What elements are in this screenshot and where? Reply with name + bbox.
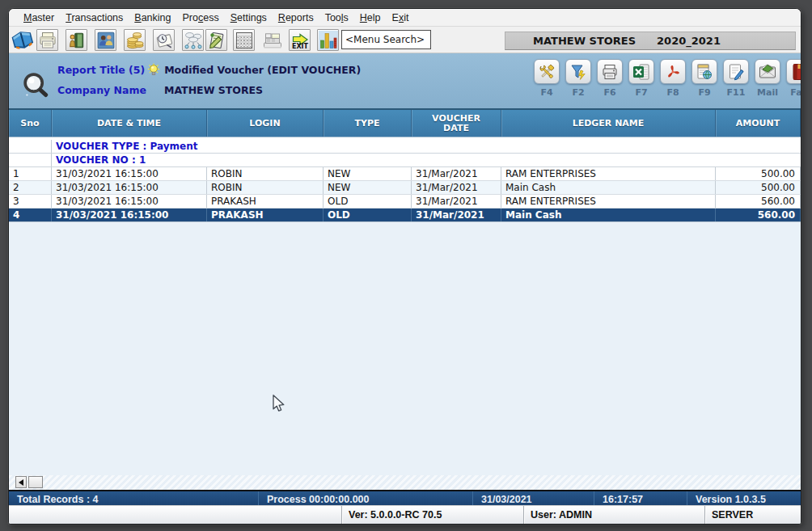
- users-toolbar-button[interactable]: [95, 29, 116, 51]
- group-row-sno-cell: [9, 154, 52, 166]
- chart-icon: [319, 31, 338, 50]
- editdoc-icon: [726, 62, 746, 82]
- cell-sno: 4: [9, 209, 52, 221]
- cell-amount: 500.00: [716, 167, 801, 180]
- menu-item-exit[interactable]: Exit: [387, 11, 415, 25]
- cell-sno: 3: [9, 195, 52, 208]
- action-label-f4: F4: [534, 87, 560, 98]
- report-header-panel: Report Title (5)Modified Voucher (EDIT V…: [9, 53, 801, 110]
- checklist-toolbar-button[interactable]: [205, 29, 227, 51]
- action-label-f9: F9: [691, 87, 717, 98]
- cell-ledger-name: Main Cash: [501, 181, 716, 194]
- status-total-records-4: Total Records : 4: [9, 491, 258, 505]
- footer-empty: [9, 506, 341, 524]
- checklist-icon: [207, 31, 226, 50]
- book-icon[interactable]: [9, 27, 36, 52]
- menu-item-process[interactable]: Process: [177, 11, 225, 25]
- register-toolbar-button[interactable]: [261, 30, 284, 51]
- cell-type: OLD: [324, 209, 412, 221]
- group-row-0: VOUCHER TYPE : Payment: [9, 140, 801, 154]
- favbook-icon: [789, 62, 801, 82]
- cell-login: PRAKASH: [207, 195, 324, 208]
- printer2-action-button[interactable]: [597, 59, 623, 84]
- ledger-icon: [67, 31, 87, 50]
- column-header-type[interactable]: TYPE: [324, 110, 412, 137]
- action-label-fav: Fav: [786, 87, 801, 98]
- search-magnifier-icon: [19, 70, 53, 105]
- scroll-left-button[interactable]: [15, 476, 27, 488]
- table-row-2[interactable]: 231/03/2021 16:15:00ROBINNEW31/Mar/2021M…: [9, 181, 801, 195]
- menu-item-help[interactable]: Help: [354, 11, 387, 25]
- bulb-icon: [147, 63, 160, 77]
- printer-toolbar-button[interactable]: [36, 29, 58, 51]
- menu-item-banking[interactable]: Banking: [129, 11, 176, 25]
- cell-date-time: 31/03/2021 16:15:00: [52, 195, 207, 208]
- cell-login: ROBIN: [207, 181, 324, 194]
- action-label-f6: F6: [597, 87, 623, 98]
- status-bar: Total Records : 4Process 00:00:00.00031/…: [9, 490, 801, 505]
- menu-bar: MasterTransactionsBankingProcessSettings…: [9, 9, 801, 27]
- cell-ledger-name: RAM ENTERPRISES: [501, 167, 716, 180]
- cell-type: NEW: [324, 167, 412, 180]
- htmldoc-action-button[interactable]: [691, 59, 717, 84]
- editdoc-action-button[interactable]: [723, 59, 749, 84]
- menu-search-input[interactable]: [341, 30, 431, 49]
- mouse-cursor: [272, 394, 285, 414]
- chart-toolbar-button[interactable]: [317, 29, 339, 51]
- cell-date-time: 31/03/2021 16:15:00: [52, 209, 207, 221]
- cell-voucher-date: 31/Mar/2021: [412, 209, 501, 221]
- gridcal-toolbar-button[interactable]: [233, 29, 255, 51]
- table-empty-area: [9, 222, 801, 475]
- cell-date-time: 31/03/2021 16:15:00: [52, 181, 207, 194]
- column-header-date-time[interactable]: DATE & TIME: [52, 110, 207, 137]
- column-header-ledger-name[interactable]: LEDGER NAME: [501, 110, 716, 137]
- footer-ver-5-0-0-0-rc-70-5: Ver: 5.0.0.0-RC 70.5: [341, 506, 523, 524]
- cell-ledger-name: Main Cash: [501, 209, 716, 221]
- footer-bar: Ver: 5.0.0.0-RC 70.5User: ADMINSERVER: [9, 505, 801, 524]
- cell-type: OLD: [324, 195, 412, 208]
- group-row-sno-cell: [9, 140, 52, 153]
- printer-icon: [38, 31, 57, 50]
- scroll-thumb[interactable]: [28, 476, 43, 488]
- menu-item-transactions[interactable]: Transactions: [60, 11, 129, 25]
- menu-item-settings[interactable]: Settings: [225, 11, 273, 25]
- horizontal-scrollbar[interactable]: [9, 475, 801, 490]
- cell-sno: 2: [9, 181, 52, 194]
- excel-action-button[interactable]: [628, 59, 654, 84]
- network-toolbar-button[interactable]: [182, 29, 204, 51]
- column-header-sno[interactable]: Sno: [9, 110, 52, 137]
- cell-login: ROBIN: [207, 167, 324, 180]
- tools-action-button[interactable]: [534, 59, 560, 84]
- action-label-f8: F8: [660, 87, 686, 98]
- filter-action-button[interactable]: [565, 59, 591, 84]
- htmldoc-icon: [695, 62, 714, 82]
- mail-action-button[interactable]: [755, 59, 780, 84]
- table-row-3[interactable]: 331/03/2021 16:15:00PRAKASHOLD31/Mar/202…: [9, 195, 801, 209]
- exit-toolbar-button[interactable]: EXIT: [289, 29, 311, 51]
- toolbar: MATHEW STORES 2020_2021 EXIT: [9, 27, 801, 53]
- coins-toolbar-button[interactable]: [124, 29, 146, 51]
- menu-item-reports[interactable]: Reports: [273, 11, 319, 25]
- table-row-1[interactable]: 131/03/2021 16:15:00ROBINNEW31/Mar/2021R…: [9, 167, 801, 181]
- pdf-action-button[interactable]: [660, 59, 686, 84]
- column-header-amount[interactable]: AMOUNT: [716, 110, 801, 137]
- menu-item-master[interactable]: Master: [18, 11, 60, 25]
- company-band: MATHEW STORES 2020_2021: [505, 32, 796, 50]
- column-header-voucher-date[interactable]: VOUCHER DATE: [412, 110, 501, 137]
- gridcal-icon: [235, 31, 254, 50]
- action-label-f2: F2: [565, 87, 591, 98]
- group-row-label: VOUCHER NO : 1: [52, 154, 801, 166]
- clockdoc-icon: [154, 31, 174, 50]
- ledger-toolbar-button[interactable]: [66, 29, 87, 51]
- favbook-action-button[interactable]: [786, 59, 801, 84]
- pdf-icon: [663, 62, 683, 82]
- column-header-login[interactable]: LOGIN: [207, 110, 324, 137]
- table-body: VOUCHER TYPE : PaymentVOUCHER NO : 1131/…: [9, 137, 801, 222]
- menu-item-tools[interactable]: Tools: [319, 11, 354, 25]
- app-window: MasterTransactionsBankingProcessSettings…: [8, 8, 801, 525]
- clockdoc-toolbar-button[interactable]: [153, 29, 175, 51]
- cell-date-time: 31/03/2021 16:15:00: [52, 167, 207, 180]
- table-row-4[interactable]: 431/03/2021 16:15:00PRAKASHOLD31/Mar/202…: [9, 209, 801, 222]
- exit-icon: EXIT: [290, 31, 310, 50]
- mail-icon: [758, 62, 777, 82]
